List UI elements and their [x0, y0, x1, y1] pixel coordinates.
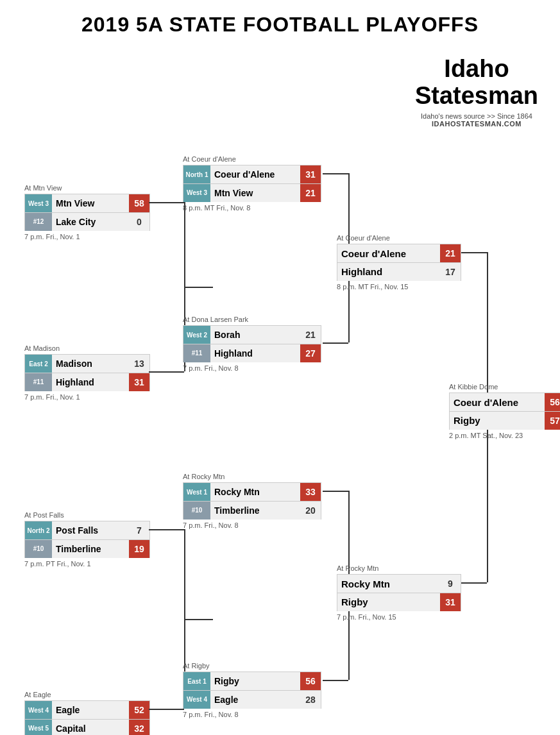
r2-m4-pair: East 1 Rigby 56 West 4 Eagle 28: [183, 672, 321, 709]
r1-m3-t2-score: 19: [129, 540, 149, 558]
r2-matchup3: At Rocky Mtn West 1 Rocky Mtn 33 #10 Tim…: [183, 473, 321, 529]
r3-matchup1: At Coeur d'Alene Coeur d'Alene 21 Highla…: [337, 234, 461, 291]
r1-m2-t2-name: Highland: [52, 373, 129, 391]
r3-m1-team2: Highland 17: [337, 262, 461, 280]
r1-m1-t2-score: 0: [129, 213, 149, 231]
final-t2-score: 57: [545, 412, 560, 430]
final-pair: Coeur d'Alene 56 Rigby 57: [449, 393, 560, 430]
r2-m1-team1: North 1 Coeur d'Alene 31: [183, 165, 321, 183]
r1-matchup3: At Post Falls North 2 Post Falls 7 #10 T…: [24, 511, 150, 568]
r1-m4-t1-score: 52: [129, 701, 149, 719]
r3-m1-t1-score: 21: [440, 244, 461, 262]
r2-m1-t1-name: Coeur d'Alene: [210, 165, 300, 183]
r1-matchup4: At Eagle West 4 Eagle 52 West 5 Capital …: [24, 691, 150, 735]
logo-line2: Statesman: [415, 82, 538, 109]
r2-m1-team2: West 3 Mtn View 21: [183, 183, 321, 201]
r2-m3-t1-score: 33: [300, 483, 321, 501]
r1-m3-t1-score: 7: [129, 521, 149, 539]
r2-m2-t1-score: 21: [300, 326, 321, 344]
r3-m2-t2-name: Rigby: [337, 593, 440, 611]
r1-m3-t1-name: Post Falls: [52, 521, 129, 539]
r3-m1-pair: Coeur d'Alene 21 Highland 17: [337, 244, 461, 281]
r2-m1-t1-seed: North 1: [183, 165, 210, 183]
r1-m3-pair: North 2 Post Falls 7 #10 Timberline 19: [24, 521, 150, 558]
r2-m1-t2-seed: West 3: [183, 184, 210, 202]
final-team1: Coeur d'Alene 56: [450, 393, 560, 411]
r1-m4-pair: West 4 Eagle 52 West 5 Capital 32: [24, 700, 150, 735]
r1-m1-team2: #12 Lake City 0: [25, 212, 149, 230]
r2-m4-t2-seed: West 4: [183, 691, 210, 709]
r1-m2-t1-seed: East 2: [25, 355, 52, 373]
r1-m4-t2-name: Capital: [52, 720, 129, 736]
r2-m1-pair: North 1 Coeur d'Alene 31 West 3 Mtn View…: [183, 165, 321, 202]
r2-matchup1: At Coeur d'Alene North 1 Coeur d'Alene 3…: [183, 155, 321, 212]
r2-m3-t2-seed: #10: [183, 502, 210, 520]
logo-line1: Idaho: [444, 55, 509, 82]
final-t1-name: Coeur d'Alene: [450, 393, 545, 411]
r1-m4-t2-score: 32: [129, 720, 149, 736]
r1-m4-t1-seed: West 4: [25, 701, 52, 719]
r1-m1-t2-name: Lake City: [52, 213, 129, 231]
r3-m2-t2-score: 31: [440, 593, 461, 611]
r1-m4-team1: West 4 Eagle 52: [25, 701, 149, 719]
bracket: Idaho Statesman Idaho's news source >> S…: [13, 56, 547, 735]
r2-m1-t2-score: 21: [300, 184, 321, 202]
r2-m4-t1-score: 56: [300, 672, 321, 690]
r2-m4-team2: West 4 Eagle 28: [183, 690, 321, 708]
r2-m3-t2-score: 20: [300, 502, 321, 520]
r2-m2-t1-seed: West 2: [183, 326, 210, 344]
r3-m2-team2: Rigby 31: [337, 593, 461, 611]
page-title: 2019 5A STATE FOOTBALL PLAYOFFS: [13, 13, 547, 37]
r1-m2-t1-name: Madison: [52, 355, 129, 373]
r2-m1-t1-score: 31: [300, 165, 321, 183]
logo-url: IDAHOSTATESMAN.COM: [406, 120, 547, 128]
r3-m1-t2-name: Highland: [337, 263, 440, 281]
r1-m3-t2-seed: #10: [25, 540, 52, 558]
r2-m3-pair: West 1 Rocky Mtn 33 #10 Timberline 20: [183, 482, 321, 520]
r2-m4-t2-name: Eagle: [210, 691, 300, 709]
final-team2: Rigby 57: [450, 411, 560, 429]
r1-m2-t2-seed: #11: [25, 373, 52, 391]
r1-m2-team2: #11 Highland 31: [25, 373, 149, 391]
r3-m1-t2-score: 17: [440, 263, 461, 281]
r3-m1-t1-name: Coeur d'Alene: [337, 244, 440, 262]
r2-matchup2: At Dona Larsen Park West 2 Borah 21 #11 …: [183, 316, 321, 372]
r2-m1-t2-name: Mtn View: [210, 184, 300, 202]
r1-m2-team1: East 2 Madison 13: [25, 355, 149, 373]
final-t1-score: 56: [545, 393, 560, 411]
r2-m3-team1: West 1 Rocky Mtn 33: [183, 483, 321, 501]
r1-m3-team1: North 2 Post Falls 7: [25, 521, 149, 539]
logo-tagline: Idaho's news source >> Since 1864: [406, 112, 547, 120]
r2-m2-pair: West 2 Borah 21 #11 Highland 27: [183, 325, 321, 362]
r2-m2-t2-score: 27: [300, 344, 321, 362]
r1-m2-t1-score: 13: [129, 355, 149, 373]
r2-m4-t1-name: Rigby: [210, 672, 300, 690]
r2-m3-team2: #10 Timberline 20: [183, 501, 321, 519]
r3-matchup2: At Rocky Mtn Rocky Mtn 9 Rigby 31 7 p.m.…: [337, 564, 461, 621]
r2-m4-t1-seed: East 1: [183, 672, 210, 690]
r1-m3-t1-seed: North 2: [25, 521, 52, 539]
r1-m3-t2-name: Timberline: [52, 540, 129, 558]
r2-m3-t2-name: Timberline: [210, 502, 300, 520]
r1-matchup1: At Mtn View West 3 Mtn View 58 #12 Lake …: [24, 184, 150, 241]
r2-m3-t1-name: Rocky Mtn: [210, 483, 300, 501]
final-t2-name: Rigby: [450, 412, 545, 430]
r1-m4-t2-seed: West 5: [25, 720, 52, 736]
r1-m3-team2: #10 Timberline 19: [25, 539, 149, 557]
r1-m1-t1-score: 58: [129, 194, 149, 212]
r3-m2-pair: Rocky Mtn 9 Rigby 31: [337, 574, 461, 611]
r3-m1-team1: Coeur d'Alene 21: [337, 244, 461, 262]
logo-area: Idaho Statesman Idaho's news source >> S…: [406, 56, 547, 128]
r1-m4-team2: West 5 Capital 32: [25, 719, 149, 735]
r2-m2-team1: West 2 Borah 21: [183, 326, 321, 344]
r1-m1-t2-seed: #12: [25, 213, 52, 231]
r1-m4-t1-name: Eagle: [52, 701, 129, 719]
r1-m1-t1-seed: West 3: [25, 194, 52, 212]
r2-m4-t2-score: 28: [300, 691, 321, 709]
r1-matchup2: At Madison East 2 Madison 13 #11 Highlan…: [24, 344, 150, 401]
r2-m3-t1-seed: West 1: [183, 483, 210, 501]
r1-m1-t1-name: Mtn View: [52, 194, 129, 212]
r2-m2-t2-seed: #11: [183, 344, 210, 362]
final-matchup: At Kibbie Dome Coeur d'Alene 56 Rigby 57…: [449, 383, 560, 439]
r2-m2-t1-name: Borah: [210, 326, 300, 344]
